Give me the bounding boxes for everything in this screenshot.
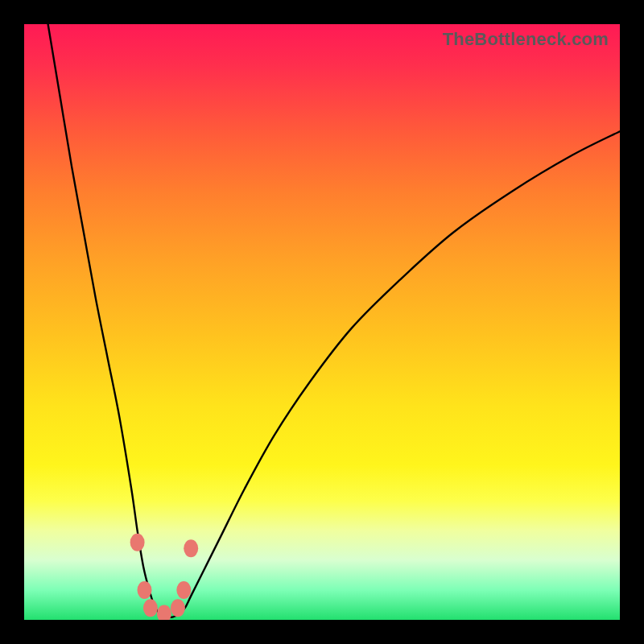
watermark-text: TheBottleneck.com [443, 29, 609, 50]
curve-layer [24, 24, 620, 620]
marker-dot [157, 605, 171, 620]
marker-dot [143, 599, 158, 617]
marker-dot [130, 534, 145, 551]
marker-dot [176, 581, 191, 599]
marker-dot [171, 599, 185, 617]
chart-frame: TheBottleneck.com [0, 0, 644, 644]
plot-area: TheBottleneck.com [24, 24, 620, 620]
bottleneck-curve [48, 24, 620, 617]
marker-dot [137, 581, 151, 599]
marker-dot [184, 539, 198, 557]
marker-layer [130, 534, 199, 620]
